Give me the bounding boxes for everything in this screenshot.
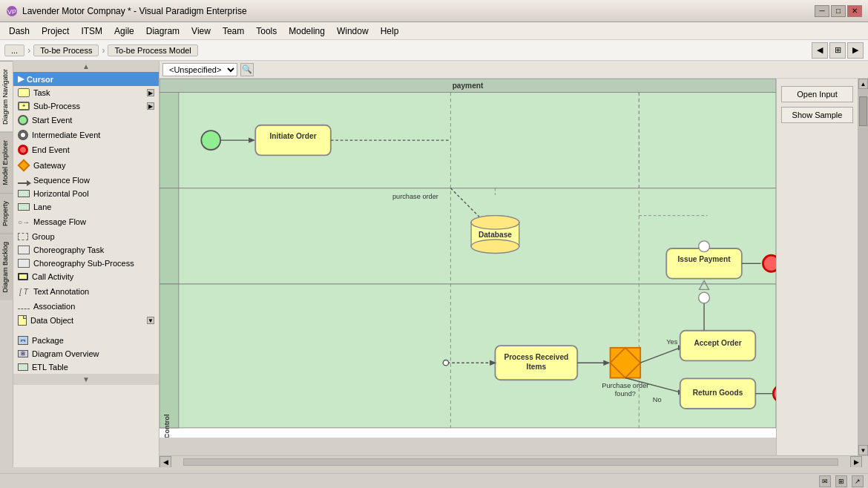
intermediate-event-icon (18, 130, 28, 140)
menu-diagram[interactable]: Diagram (140, 24, 185, 38)
sidebar-item-group[interactable]: Group (13, 230, 159, 243)
sidebar-item-start-event[interactable]: Start Event (13, 113, 159, 128)
tab-model-explorer[interactable]: Model Explorer (0, 132, 13, 193)
expand-arrow-2[interactable]: ▶ (147, 102, 154, 110)
hscroll-track[interactable] (183, 458, 838, 466)
svg-text:VP: VP (7, 8, 16, 16)
horizontal-scrollbar[interactable]: ◀ ▶ (160, 455, 868, 467)
group-icon (18, 233, 28, 240)
vscroll-up-button[interactable]: ▲ (858, 79, 868, 89)
menu-dash[interactable]: Dash (3, 24, 36, 38)
status-grid-icon[interactable]: ⊞ (835, 475, 847, 487)
tab-diagram-backlog[interactable]: Diagram Backlog (0, 234, 13, 300)
svg-text:Process Received: Process Received (504, 353, 568, 361)
hscroll-left-button[interactable]: ◀ (160, 456, 171, 468)
vscroll-track[interactable] (858, 89, 868, 445)
breadcrumb-home[interactable]: ... (4, 44, 24, 56)
menu-tools[interactable]: Tools (250, 24, 283, 38)
sidebar-scroll-up[interactable]: ▲ (13, 61, 159, 72)
svg-rect-11 (160, 284, 179, 428)
open-input-button[interactable]: Open Input (781, 86, 853, 102)
svg-text:purchase order: purchase order (392, 193, 438, 200)
expand-arrow[interactable]: ▶ (147, 89, 154, 96)
tab-property[interactable]: Property (0, 193, 13, 234)
statusbar: ✉ ⊞ ↗ (0, 473, 868, 488)
menu-itsm[interactable]: ITSM (75, 24, 108, 38)
menu-team[interactable]: Team (217, 24, 250, 38)
hscroll-right-button[interactable]: ▶ (850, 456, 862, 468)
sidebar-item-subprocess[interactable]: + Sub-Process ▶ (13, 99, 159, 113)
status-arrow-icon[interactable]: ↗ (852, 475, 864, 487)
svg-text:Material Control: Material Control (163, 414, 171, 438)
choreography-subprocess-icon (18, 259, 30, 268)
sidebar-item-message-flow[interactable]: ○→ Message Flow (13, 214, 159, 230)
sidebar: Diagram Navigator Model Explorer Propert… (0, 61, 160, 467)
vscroll-down-button[interactable]: ▼ (858, 445, 868, 455)
hscroll-corner (862, 456, 868, 468)
sidebar-item-end-event[interactable]: End Event (13, 142, 159, 157)
search-icon[interactable]: 🔍 (240, 63, 254, 76)
menu-help[interactable]: Help (375, 24, 405, 38)
sidebar-item-diagram-overview[interactable]: ⊞ Diagram Overview (13, 347, 159, 360)
cursor-label: Cursor (27, 75, 53, 84)
vscroll-thumb[interactable] (859, 96, 867, 126)
sidebar-item-gateway[interactable]: Gateway (13, 157, 159, 174)
status-mail-icon[interactable]: ✉ (819, 475, 831, 487)
svg-text:No: No (653, 396, 662, 403)
sidebar-item-choreography-task[interactable]: Choreography Task (13, 243, 159, 257)
sidebar-scroll-down[interactable]: ▼ (13, 374, 159, 385)
menu-project[interactable]: Project (36, 24, 75, 38)
svg-point-37 (763, 255, 776, 271)
title-text: Lavender Motor Compnay * - Visual Paradi… (22, 6, 815, 16)
sidebar-item-data-object[interactable]: Data Object ▼ (13, 313, 159, 328)
svg-rect-5 (160, 92, 179, 188)
menu-window[interactable]: Window (331, 24, 375, 38)
maximize-button[interactable]: □ (831, 5, 846, 17)
menubar: Dash Project ITSM Agile Diagram View Tea… (0, 22, 868, 40)
svg-point-16 (201, 131, 220, 150)
sidebar-item-horizontal-pool[interactable]: Horizontal Pool (13, 187, 159, 200)
minimize-button[interactable]: ─ (815, 5, 829, 17)
end-event-icon (18, 145, 28, 155)
sidebar-item-association[interactable]: Association (13, 300, 159, 313)
sidebar-item-intermediate-event[interactable]: Intermediate Event (13, 128, 159, 142)
sidebar-item-choreography-subprocess[interactable]: Choreography Sub-Process (13, 257, 159, 270)
sidebar-item-task[interactable]: Task ▶ (13, 86, 159, 99)
breadcrumb-item-1[interactable]: To-be Process (33, 44, 99, 56)
svg-text:Yes: Yes (666, 338, 677, 346)
subprocess-icon: + (18, 102, 30, 111)
gateway-icon (18, 159, 30, 172)
choreography-task-icon (18, 245, 30, 254)
bpmn-canvas[interactable]: payment Purchasing Dept. Accounts Payabl… (160, 79, 776, 438)
nav-back-button[interactable]: ◀ (812, 42, 828, 59)
tab-diagram-navigator[interactable]: Diagram Navigator (0, 61, 13, 132)
menu-view[interactable]: View (185, 24, 217, 38)
vertical-scrollbar[interactable]: ▲ ▼ (858, 79, 868, 455)
nav-grid-button[interactable]: ⊞ (829, 42, 846, 59)
expand-arrow-3[interactable]: ▼ (147, 317, 154, 324)
show-sample-button[interactable]: Show Sample (781, 107, 853, 123)
sidebar-item-call-activity[interactable]: Call Activity (13, 270, 159, 283)
sequence-flow-icon (18, 182, 30, 184)
menu-agile[interactable]: Agile (108, 24, 140, 38)
sidebar-item-text-annotation[interactable]: [ T Text Annotation (13, 283, 159, 300)
svg-point-34 (699, 241, 710, 252)
sidebar-item-package[interactable]: Package (13, 334, 159, 347)
svg-point-64 (699, 292, 710, 303)
nav-forward-button[interactable]: ▶ (847, 42, 864, 59)
breadcrumb-item-2[interactable]: To-be Process Model (108, 44, 197, 56)
canvas-container: <Unspecified> 🔍 payment Purchasing Dept. (160, 61, 868, 467)
task-icon (18, 88, 30, 97)
close-button[interactable]: ✕ (847, 5, 862, 17)
svg-point-43 (443, 360, 448, 365)
etl-table-icon (18, 363, 28, 371)
diagram-select[interactable]: <Unspecified> (162, 63, 237, 76)
sidebar-cursor-header[interactable]: ▶ Cursor (13, 72, 159, 86)
sidebar-item-lane[interactable]: Lane (13, 200, 159, 214)
menu-modeling[interactable]: Modeling (283, 24, 331, 38)
sidebar-item-etl-table[interactable]: ETL Table (13, 360, 159, 374)
sidebar-item-sequence-flow[interactable]: Sequence Flow (13, 174, 159, 187)
right-panel: Open Input Show Sample (776, 79, 858, 455)
diagram-overview-icon: ⊞ (18, 350, 28, 357)
sidebar-content: ▲ ▶ Cursor Task ▶ + Sub-Process ▶ Start … (13, 61, 159, 467)
